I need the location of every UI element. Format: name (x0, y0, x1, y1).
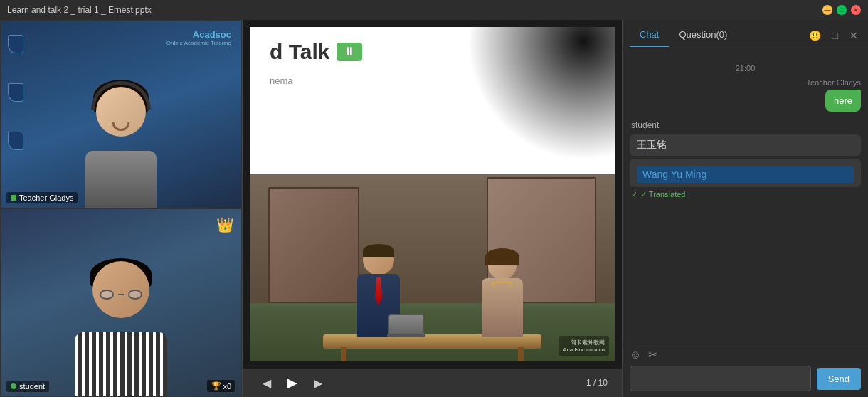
teacher-figure (50, 73, 192, 208)
checkmark-icon: ✓ (631, 190, 637, 199)
prev-slide-button[interactable]: ◀ (257, 374, 277, 393)
chat-toolbar[interactable]: ☺ ✂ (630, 348, 861, 361)
acadsoc-tagline: Online Academic Tutoring (166, 40, 231, 47)
slide-watermark: 阿卡索外教网 Acadsoc.com.cn (559, 336, 609, 356)
close-chat-icon[interactable]: ✕ (847, 27, 861, 44)
glasses-bridge (118, 294, 124, 295)
student-video-feed: 👑 (0, 208, 242, 397)
student-chinese-text: 王玉铭 (637, 139, 854, 152)
chat-input-row[interactable]: Send (630, 366, 861, 391)
teacher-video-feed: Acadsoc Online Academic Tutoring (0, 20, 242, 208)
video-panel: Acadsoc Online Academic Tutoring (0, 20, 242, 397)
acadsoc-badge-2 (8, 83, 23, 102)
glasses-right (128, 290, 142, 300)
student-section-label: student (630, 120, 861, 130)
slide-subtitle: nema (270, 75, 293, 86)
slide-container: d Talk ⏸ nema (243, 20, 622, 369)
window-title: Learn and talk 2 _ trial 1 _ Ernest.pptx (7, 5, 152, 15)
emoji-icon[interactable]: 🙂 (806, 27, 824, 44)
glasses-left (100, 290, 114, 300)
chat-panel: Chat Question(0) 🙂 □ ✕ 21:00 Teacher Gla… (623, 20, 868, 397)
person-right (477, 251, 527, 337)
slide-controls[interactable]: ◀ ▶ ▶ 1 / 10 (243, 369, 622, 397)
slide-counter: 1 / 10 (586, 378, 608, 388)
emoji-toolbar-icon[interactable]: ☺ (630, 349, 641, 361)
acadsoc-logo: Acadsoc (166, 29, 231, 40)
acadsoc-badge-3 (8, 132, 23, 150)
student-figure (50, 254, 192, 396)
chat-tabs[interactable]: Chat Question(0) 🙂 □ ✕ (623, 20, 868, 51)
scissors-toolbar-icon[interactable]: ✂ (648, 348, 657, 361)
tab-question[interactable]: Question(0) (669, 23, 737, 47)
presentation-area: d Talk ⏸ nema (242, 20, 623, 397)
chat-input-area[interactable]: ☺ ✂ Send (623, 342, 868, 397)
next-slide-button[interactable]: ▶ (308, 374, 328, 393)
table-leg-left (341, 347, 346, 361)
maximize-chat-icon[interactable]: □ (830, 27, 841, 44)
play-button[interactable]: ▶ (287, 375, 297, 391)
trophy-icon: 🏆 (211, 381, 221, 391)
chat-timestamp: 21:00 (630, 64, 861, 73)
student-shirt (75, 332, 167, 396)
close-button[interactable]: ✕ (851, 5, 861, 15)
student-chat-section: student 王玉铭 Wang Yu Ming ✓ ✓ Translated (630, 120, 861, 199)
slide-image: 阿卡索外教网 Acadsoc.com.cn (250, 167, 615, 361)
trophy-badge: 🏆 x0 (207, 380, 235, 392)
teacher-chat-bubble: here (825, 90, 861, 112)
student-label: student (6, 381, 49, 392)
crown-icon: 👑 (216, 216, 234, 233)
chat-messages: 21:00 Teacher Gladys here student 王玉铭 Wa… (623, 51, 868, 342)
maximize-button[interactable]: □ (837, 5, 847, 15)
student-chinese-message-box: 王玉铭 (630, 134, 861, 156)
title-bar: Learn and talk 2 _ trial 1 _ Ernest.pptx… (0, 0, 868, 20)
translated-badge: ✓ ✓ Translated (630, 190, 861, 199)
slide-title: d Talk ⏸ (270, 40, 362, 64)
pause-badge: ⏸ (337, 43, 362, 61)
acadsoc-badge (8, 35, 23, 53)
laptop (388, 314, 424, 336)
chat-tab-icons[interactable]: 🙂 □ ✕ (806, 27, 861, 44)
chat-text-input[interactable] (630, 366, 811, 391)
mic-icon (11, 195, 16, 201)
slide-content: d Talk ⏸ nema (250, 27, 615, 361)
main-layout: Acadsoc Online Academic Tutoring (0, 20, 868, 397)
send-button[interactable]: Send (817, 368, 861, 390)
tab-chat[interactable]: Chat (630, 23, 669, 47)
window-controls[interactable]: — □ ✕ (822, 5, 861, 15)
teacher-message-row: Teacher Gladys here (630, 78, 861, 112)
teacher-sender-label: Teacher Gladys (807, 78, 861, 87)
table-surface (323, 334, 542, 349)
slide-nav[interactable]: ◀ ▶ ▶ (257, 374, 328, 393)
table-leg-right (518, 347, 524, 361)
student-translated-text: Wang Yu Ming (637, 166, 854, 183)
teacher-label: Teacher Gladys (6, 192, 78, 203)
minimize-button[interactable]: — (822, 5, 832, 15)
student-mic-icon (11, 383, 16, 389)
student-translated-message-box: Wang Yu Ming (630, 159, 861, 187)
